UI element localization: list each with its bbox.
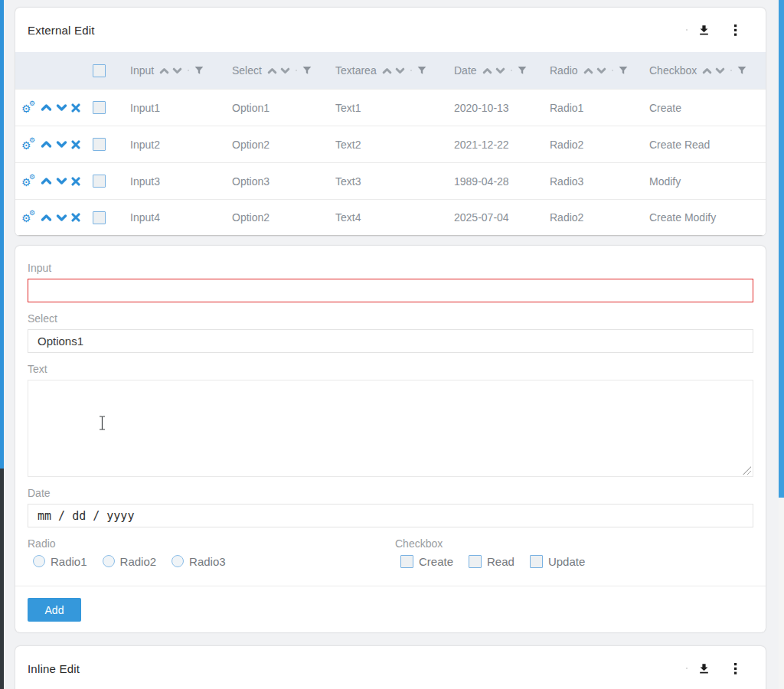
row-checkbox[interactable] (93, 138, 106, 151)
radio-option: Radio3 (166, 555, 226, 568)
sort-asc-icon[interactable] (702, 67, 712, 74)
row-checkbox[interactable] (93, 101, 106, 114)
table-row: ⚙⚙ Input4 Option2 Text4 2025-07-04 Radio… (15, 199, 766, 236)
row-checkbox[interactable] (93, 211, 106, 224)
header-separator-dot (730, 70, 732, 71)
cell-select: Option1 (226, 102, 329, 114)
checkbox-input[interactable] (530, 555, 543, 568)
header-separator-dot (410, 70, 412, 71)
select-field[interactable]: Options1 (28, 329, 753, 353)
filter-funnel-icon[interactable] (619, 66, 628, 75)
toolbar-separator-dot (686, 29, 688, 31)
radio-button[interactable] (172, 555, 184, 567)
column-header-textarea: Textarea (329, 64, 448, 77)
row-actions: ⚙⚙ (15, 211, 89, 224)
filter-funnel-icon[interactable] (302, 66, 312, 75)
delete-x-icon[interactable] (71, 177, 80, 186)
sort-asc-icon[interactable] (159, 67, 169, 74)
select-all-checkbox[interactable] (93, 64, 106, 77)
radio-option: Radio1 (28, 555, 87, 568)
download-icon[interactable] (697, 24, 710, 37)
filter-funnel-icon[interactable] (194, 66, 204, 75)
row-select-cell (89, 211, 124, 224)
sort-desc-icon[interactable] (280, 67, 290, 74)
table-header-row: Input Select Textarea D (15, 52, 766, 89)
delete-x-icon[interactable] (71, 140, 80, 149)
cell-input: Input1 (124, 102, 226, 114)
row-select-cell (89, 175, 124, 188)
panel-title: Inline Edit (28, 662, 80, 675)
checkbox-input[interactable] (469, 555, 482, 568)
move-down-icon[interactable] (56, 103, 67, 112)
resize-handle[interactable] (743, 466, 751, 475)
input-field[interactable] (28, 279, 753, 302)
checkbox-group-label: Checkbox (395, 538, 753, 550)
sort-asc-icon[interactable] (583, 67, 593, 74)
sort-desc-icon[interactable] (596, 67, 606, 74)
row-actions: ⚙⚙ (15, 101, 89, 115)
header-separator-dot (511, 70, 512, 71)
cell-radio: Radio1 (544, 102, 643, 114)
gear-icon: ⚙ (29, 100, 35, 107)
filter-funnel-icon[interactable] (737, 66, 746, 75)
delete-x-icon[interactable] (71, 213, 80, 222)
sort-asc-icon[interactable] (267, 67, 277, 74)
text-label: Text (28, 364, 753, 375)
kebab-menu-icon[interactable] (729, 24, 742, 37)
radio-group-label: Radio (28, 538, 390, 550)
settings-gears-icon[interactable]: ⚙⚙ (21, 175, 37, 188)
move-up-icon[interactable] (41, 140, 52, 149)
cell-textarea: Text4 (329, 211, 448, 224)
row-checkbox[interactable] (93, 175, 106, 188)
sort-desc-icon[interactable] (715, 67, 725, 74)
move-down-icon[interactable] (56, 214, 67, 222)
radio-button[interactable] (103, 555, 115, 567)
checkbox-option-label: Create (419, 555, 453, 568)
settings-gears-icon[interactable]: ⚙⚙ (21, 138, 37, 152)
date-field[interactable]: mm / dd / yyyy (28, 504, 753, 527)
input-label: Input (28, 263, 753, 274)
row-actions: ⚙⚙ (15, 175, 89, 188)
move-up-icon[interactable] (41, 214, 52, 222)
sort-desc-icon[interactable] (495, 67, 505, 74)
sort-desc-icon[interactable] (172, 67, 182, 74)
checkbox-option-label: Update (548, 555, 585, 568)
radio-option-label: Radio1 (51, 555, 87, 568)
move-down-icon[interactable] (56, 177, 67, 185)
cell-checkbox: Create Read (643, 139, 766, 151)
sort-desc-icon[interactable] (395, 67, 405, 74)
download-icon[interactable] (697, 662, 710, 675)
column-header-checkbox: Checkbox (643, 64, 766, 77)
cell-radio: Radio2 (544, 211, 643, 224)
checkbox-group: Checkbox Create Read Update (390, 527, 753, 586)
cell-checkbox: Modify (643, 175, 766, 188)
text-field[interactable] (28, 380, 753, 477)
gear-icon: ⚙ (29, 137, 35, 144)
radio-button[interactable] (33, 555, 45, 567)
cell-input: Input3 (124, 175, 226, 188)
move-up-icon[interactable] (41, 103, 52, 112)
right-scrollbar-thumb[interactable] (779, 0, 784, 498)
sort-asc-icon[interactable] (482, 67, 492, 74)
sort-asc-icon[interactable] (382, 67, 392, 74)
filter-funnel-icon[interactable] (417, 66, 426, 75)
left-scrollbar-thumb[interactable] (0, 0, 4, 469)
cell-date: 2020-10-13 (448, 102, 544, 114)
column-header-radio: Radio (544, 64, 643, 77)
left-scrollbar-track[interactable] (0, 0, 4, 689)
kebab-menu-icon[interactable] (729, 662, 742, 675)
settings-gears-icon[interactable]: ⚙⚙ (21, 101, 37, 115)
right-scrollbar-track[interactable] (779, 0, 784, 689)
settings-gears-icon[interactable]: ⚙⚙ (21, 211, 37, 224)
filter-funnel-icon[interactable] (518, 66, 527, 75)
cell-textarea: Text3 (329, 175, 448, 188)
delete-x-icon[interactable] (71, 103, 80, 113)
row-select-cell (89, 101, 124, 114)
move-up-icon[interactable] (41, 177, 52, 185)
cell-select: Option2 (226, 211, 329, 224)
checkbox-option-label: Read (487, 555, 514, 568)
add-button[interactable]: Add (28, 598, 81, 622)
external-edit-panel: External Edit (15, 8, 766, 236)
checkbox-input[interactable] (400, 555, 413, 568)
move-down-icon[interactable] (56, 140, 67, 149)
